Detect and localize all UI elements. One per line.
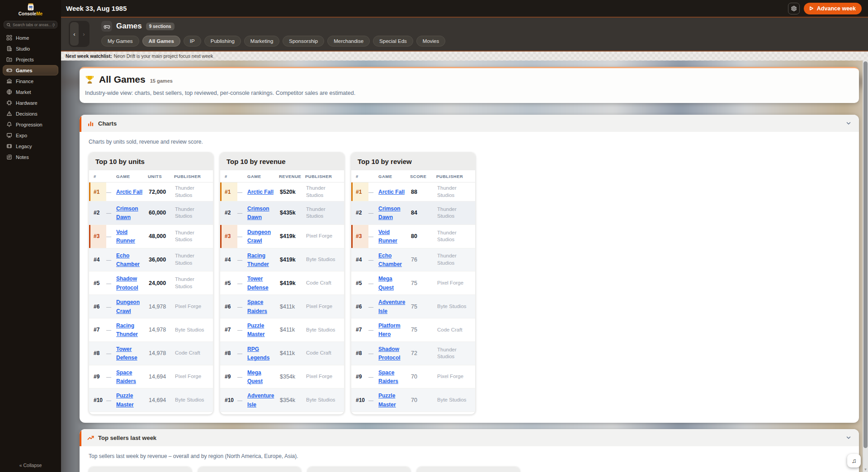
sidebar-item-finance[interactable]: Finance (3, 76, 58, 86)
value-cell: $435k (280, 210, 306, 216)
game-link-echo-chamber[interactable]: Echo Chamber (378, 252, 402, 267)
game-link-crimson-dawn[interactable]: Crimson Dawn (116, 206, 138, 220)
game-link-shadow-protocol[interactable]: Shadow Protocol (378, 346, 401, 361)
music-toggle-button[interactable]: ♫ (847, 454, 861, 467)
game-link-echo-chamber[interactable]: Echo Chamber (116, 252, 140, 267)
rank-badge: #10 (220, 388, 237, 411)
settings-button[interactable] (788, 3, 800, 14)
table-title: Europe (308, 467, 410, 472)
table-row: #5 — Tower Defense $419k Code Craft (220, 271, 344, 295)
rank-badge: #3 (220, 225, 237, 248)
trend-indicator: — (368, 189, 378, 195)
back-button[interactable]: ‹ (70, 22, 79, 46)
tab-sponsorship[interactable]: Sponsorship (283, 36, 324, 47)
rank-badge: #3 (89, 225, 106, 248)
rank-badge: #2 (220, 201, 237, 224)
tab-ip[interactable]: IP (184, 36, 201, 47)
section-description: Charts by units sold, revenue and review… (89, 139, 852, 145)
game-link-puzzle-master[interactable]: Puzzle Master (378, 393, 396, 407)
tab-special-eds[interactable]: Special Eds (373, 36, 413, 47)
publisher-cell: Pixel Forge (306, 301, 341, 313)
game-link-shadow-protocol[interactable]: Shadow Protocol (116, 276, 138, 290)
value-cell: 14,978 (149, 327, 175, 333)
game-link-tower-defense[interactable]: Tower Defense (116, 346, 137, 361)
value-cell: 70 (411, 397, 437, 403)
publisher-cell: Thunder Studios (306, 204, 341, 222)
trend-indicator: — (368, 304, 378, 309)
column-header-publisher: PUBLISHER (174, 174, 209, 179)
game-link-rpg-legends[interactable]: RPG Legends (247, 346, 269, 361)
table-row: #9 — Space Raiders 70 Pixel Forge (351, 365, 475, 389)
sidebar-search[interactable] (4, 21, 57, 28)
value-cell: $354k (280, 397, 306, 403)
game-link-adventure-isle[interactable]: Adventure Isle (378, 299, 405, 314)
game-link-racing-thunder[interactable]: Racing Thunder (247, 252, 269, 267)
sidebar-item-market[interactable]: Market (3, 87, 58, 97)
collapse-button[interactable]: « Collapse (0, 463, 61, 468)
tab-publishing[interactable]: Publishing (204, 36, 241, 47)
value-cell: $411k (280, 327, 306, 333)
game-link-arctic-fall[interactable]: Arctic Fall (378, 189, 405, 195)
trend-indicator: — (237, 210, 247, 215)
publisher-cell: Byte Studios (437, 301, 472, 313)
sidebar-item-notes[interactable]: Notes (3, 152, 58, 162)
sidebar-item-decisions[interactable]: Decisions (3, 108, 58, 119)
scrollbar-thumb[interactable] (863, 61, 868, 448)
sidebar-item-home[interactable]: Home (3, 33, 58, 43)
rank-badge: #1 (89, 182, 106, 201)
chevron-down-icon[interactable] (845, 435, 852, 441)
section-header[interactable]: Top sellers last week (80, 429, 859, 446)
forward-button[interactable]: › (80, 22, 88, 46)
game-link-mega-quest[interactable]: Mega Quest (247, 369, 263, 384)
topbar: Week 33, Aug 1985 Advance week (61, 0, 868, 17)
sidebar-item-games[interactable]: Games (3, 65, 58, 75)
scrollbar-down-arrow[interactable]: ▼ (863, 467, 868, 472)
game-link-space-raiders[interactable]: Space Raiders (378, 369, 398, 384)
game-link-puzzle-master[interactable]: Puzzle Master (116, 393, 134, 407)
table-header-row: # GAME REVENUE PUBLISHER (220, 170, 344, 182)
tab-marketing[interactable]: Marketing (244, 36, 280, 47)
game-link-crimson-dawn[interactable]: Crimson Dawn (247, 206, 269, 220)
publisher-cell: Byte Studios (175, 394, 210, 406)
rank-badge: #5 (89, 271, 106, 294)
game-link-adventure-isle[interactable]: Adventure Isle (247, 393, 274, 407)
value-cell: $520k (280, 189, 306, 195)
table-row: #4 — Echo Chamber 76 Thunder Studios (351, 248, 475, 272)
trend-up-icon (87, 435, 94, 441)
game-link-racing-thunder[interactable]: Racing Thunder (116, 322, 138, 337)
game-link-space-raiders[interactable]: Space Raiders (247, 299, 267, 314)
sidebar-item-legacy[interactable]: Legacy (3, 141, 58, 151)
search-input[interactable] (13, 23, 55, 27)
sidebar-item-expo[interactable]: Expo (3, 130, 58, 140)
game-link-arctic-fall[interactable]: Arctic Fall (116, 189, 142, 195)
vertical-scrollbar[interactable]: ▼ (863, 61, 868, 472)
sidebar-item-projects[interactable]: Projects (3, 54, 58, 65)
tab-my-games[interactable]: My Games (101, 36, 139, 47)
game-link-dungeon-crawl[interactable]: Dungeon Crawl (116, 299, 140, 314)
sidebar-item-progression[interactable]: Progression (3, 119, 58, 130)
chevron-down-icon[interactable] (845, 120, 852, 126)
game-link-void-runner[interactable]: Void Runner (116, 229, 135, 244)
publisher-cell: Pixel Forge (306, 371, 341, 383)
tab-merchandise[interactable]: Merchandise (327, 36, 370, 47)
game-link-space-raiders[interactable]: Space Raiders (116, 369, 136, 384)
advance-week-button[interactable]: Advance week (804, 3, 862, 14)
game-link-tower-defense[interactable]: Tower Defense (247, 276, 269, 290)
table-title: Overall (89, 467, 191, 472)
game-link-void-runner[interactable]: Void Runner (378, 229, 397, 244)
sidebar-item-studio[interactable]: Studio (3, 43, 58, 54)
trend-indicator: — (368, 280, 378, 286)
publisher-cell: Thunder Studios (437, 204, 472, 222)
game-link-crimson-dawn[interactable]: Crimson Dawn (378, 206, 401, 220)
game-link-puzzle-master[interactable]: Puzzle Master (247, 322, 265, 337)
sidebar-item-hardware[interactable]: Hardware (3, 98, 58, 108)
game-link-arctic-fall[interactable]: Arctic Fall (247, 189, 274, 195)
game-link-dungeon-crawl[interactable]: Dungeon Crawl (247, 229, 271, 244)
tab-movies[interactable]: Movies (416, 36, 445, 47)
game-link-mega-quest[interactable]: Mega Quest (378, 276, 394, 290)
game-link-platform-hero[interactable]: Platform Hero (378, 322, 401, 337)
table-row: #2 — Crimson Dawn 84 Thunder Studios (351, 201, 475, 225)
trend-indicator: — (106, 257, 116, 262)
tab-all-games[interactable]: All Games (142, 36, 180, 47)
section-header[interactable]: Charts (80, 115, 859, 132)
